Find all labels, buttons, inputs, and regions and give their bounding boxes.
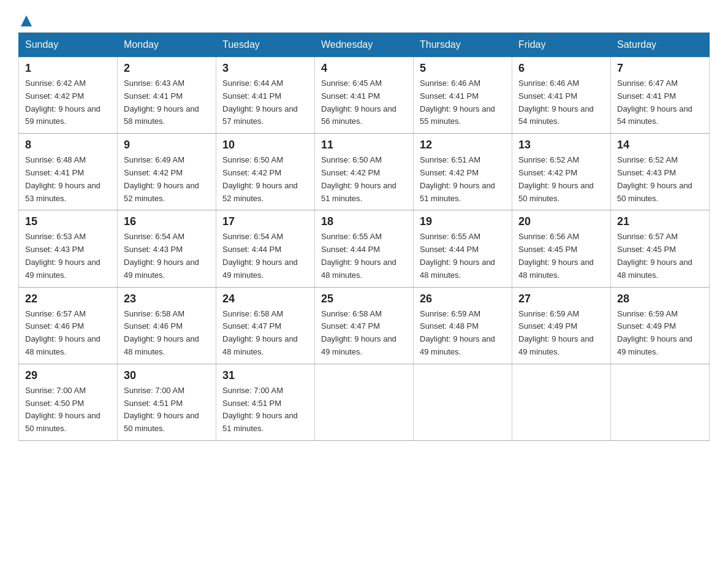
day-number: 25 — [321, 293, 407, 305]
day-info: Sunrise: 6:47 AMSunset: 4:41 PMDaylight:… — [617, 77, 703, 128]
day-number: 26 — [420, 293, 506, 305]
day-number: 3 — [222, 62, 308, 75]
day-info: Sunrise: 6:46 AMSunset: 4:41 PMDaylight:… — [518, 77, 604, 128]
day-info: Sunrise: 6:45 AMSunset: 4:41 PMDaylight:… — [321, 77, 407, 128]
day-number: 19 — [420, 215, 506, 228]
day-number: 4 — [321, 62, 407, 75]
calendar-cell: 3Sunrise: 6:44 AMSunset: 4:41 PMDaylight… — [216, 57, 315, 134]
day-number: 1 — [25, 62, 111, 75]
header-day-tuesday: Tuesday — [216, 33, 315, 57]
week-row-1: 1Sunrise: 6:42 AMSunset: 4:42 PMDaylight… — [19, 57, 710, 134]
calendar-cell: 26Sunrise: 6:59 AMSunset: 4:48 PMDayligh… — [414, 287, 512, 364]
day-info: Sunrise: 6:52 AMSunset: 4:43 PMDaylight:… — [617, 154, 703, 205]
calendar-cell: 5Sunrise: 6:46 AMSunset: 4:41 PMDaylight… — [414, 57, 512, 134]
day-info: Sunrise: 6:58 AMSunset: 4:47 PMDaylight:… — [222, 308, 308, 359]
day-number: 14 — [617, 139, 703, 151]
calendar-cell: 4Sunrise: 6:45 AMSunset: 4:41 PMDaylight… — [315, 57, 414, 134]
day-info: Sunrise: 6:57 AMSunset: 4:46 PMDaylight:… — [25, 308, 111, 359]
calendar-cell — [512, 364, 611, 440]
calendar-cell: 23Sunrise: 6:58 AMSunset: 4:46 PMDayligh… — [118, 287, 216, 364]
day-number: 6 — [518, 62, 604, 75]
calendar-cell: 19Sunrise: 6:55 AMSunset: 4:44 PMDayligh… — [414, 210, 512, 287]
day-info: Sunrise: 7:00 AMSunset: 4:51 PMDaylight:… — [222, 385, 308, 435]
calendar-cell — [414, 364, 512, 440]
header-day-wednesday: Wednesday — [315, 33, 414, 57]
day-number: 18 — [321, 215, 407, 228]
calendar-body: 1Sunrise: 6:42 AMSunset: 4:42 PMDaylight… — [19, 57, 710, 441]
calendar-cell: 27Sunrise: 6:59 AMSunset: 4:49 PMDayligh… — [512, 287, 611, 364]
day-number: 2 — [124, 62, 210, 75]
calendar-cell: 16Sunrise: 6:54 AMSunset: 4:43 PMDayligh… — [118, 210, 216, 287]
day-info: Sunrise: 6:43 AMSunset: 4:41 PMDaylight:… — [124, 77, 210, 128]
calendar-cell: 7Sunrise: 6:47 AMSunset: 4:41 PMDaylight… — [611, 57, 710, 134]
calendar-cell: 12Sunrise: 6:51 AMSunset: 4:42 PMDayligh… — [414, 134, 512, 210]
day-info: Sunrise: 6:55 AMSunset: 4:44 PMDaylight:… — [321, 231, 407, 282]
day-info: Sunrise: 6:52 AMSunset: 4:42 PMDaylight:… — [518, 154, 604, 205]
header-day-friday: Friday — [512, 33, 611, 57]
day-info: Sunrise: 6:50 AMSunset: 4:42 PMDaylight:… — [321, 154, 407, 205]
day-number: 15 — [25, 215, 111, 228]
calendar-cell: 30Sunrise: 7:00 AMSunset: 4:51 PMDayligh… — [118, 364, 216, 440]
day-number: 11 — [321, 139, 407, 151]
page-header — [18, 12, 710, 26]
day-info: Sunrise: 6:56 AMSunset: 4:45 PMDaylight:… — [518, 231, 604, 282]
calendar-cell: 24Sunrise: 6:58 AMSunset: 4:47 PMDayligh… — [216, 287, 315, 364]
calendar-cell: 25Sunrise: 6:58 AMSunset: 4:47 PMDayligh… — [315, 287, 414, 364]
day-info: Sunrise: 6:49 AMSunset: 4:42 PMDaylight:… — [124, 154, 210, 205]
day-info: Sunrise: 6:50 AMSunset: 4:42 PMDaylight:… — [222, 154, 308, 205]
calendar-cell: 11Sunrise: 6:50 AMSunset: 4:42 PMDayligh… — [315, 134, 414, 210]
day-info: Sunrise: 6:51 AMSunset: 4:42 PMDaylight:… — [420, 154, 506, 205]
day-number: 9 — [124, 139, 210, 151]
day-info: Sunrise: 6:58 AMSunset: 4:47 PMDaylight:… — [321, 308, 407, 359]
header-day-monday: Monday — [118, 33, 216, 57]
day-info: Sunrise: 7:00 AMSunset: 4:51 PMDaylight:… — [124, 385, 210, 435]
header-day-thursday: Thursday — [414, 33, 512, 57]
day-number: 12 — [420, 139, 506, 151]
day-number: 22 — [25, 293, 111, 305]
calendar-cell: 28Sunrise: 6:59 AMSunset: 4:49 PMDayligh… — [611, 287, 710, 364]
day-number: 5 — [420, 62, 506, 75]
week-row-3: 15Sunrise: 6:53 AMSunset: 4:43 PMDayligh… — [19, 210, 710, 287]
day-number: 24 — [222, 293, 308, 305]
day-number: 16 — [124, 215, 210, 228]
calendar-cell: 22Sunrise: 6:57 AMSunset: 4:46 PMDayligh… — [19, 287, 118, 364]
calendar-cell: 1Sunrise: 6:42 AMSunset: 4:42 PMDaylight… — [19, 57, 118, 134]
day-info: Sunrise: 6:46 AMSunset: 4:41 PMDaylight:… — [420, 77, 506, 128]
calendar-cell: 2Sunrise: 6:43 AMSunset: 4:41 PMDaylight… — [118, 57, 216, 134]
header-day-sunday: Sunday — [19, 33, 118, 57]
calendar-cell — [315, 364, 414, 440]
calendar-cell — [611, 364, 710, 440]
calendar-cell: 31Sunrise: 7:00 AMSunset: 4:51 PMDayligh… — [216, 364, 315, 440]
calendar-cell: 10Sunrise: 6:50 AMSunset: 4:42 PMDayligh… — [216, 134, 315, 210]
day-info: Sunrise: 6:57 AMSunset: 4:45 PMDaylight:… — [617, 231, 703, 282]
day-number: 13 — [518, 139, 604, 151]
calendar-cell: 15Sunrise: 6:53 AMSunset: 4:43 PMDayligh… — [19, 210, 118, 287]
logo-triangle-icon — [21, 15, 32, 26]
day-info: Sunrise: 7:00 AMSunset: 4:50 PMDaylight:… — [25, 385, 111, 435]
day-info: Sunrise: 6:54 AMSunset: 4:43 PMDaylight:… — [124, 231, 210, 282]
day-number: 31 — [222, 369, 308, 382]
week-row-5: 29Sunrise: 7:00 AMSunset: 4:50 PMDayligh… — [19, 364, 710, 440]
day-info: Sunrise: 6:44 AMSunset: 4:41 PMDaylight:… — [222, 77, 308, 128]
day-info: Sunrise: 6:59 AMSunset: 4:49 PMDaylight:… — [518, 308, 604, 359]
calendar-cell: 21Sunrise: 6:57 AMSunset: 4:45 PMDayligh… — [611, 210, 710, 287]
day-info: Sunrise: 6:48 AMSunset: 4:41 PMDaylight:… — [25, 154, 111, 205]
header-day-saturday: Saturday — [611, 33, 710, 57]
day-number: 8 — [25, 139, 111, 151]
day-info: Sunrise: 6:58 AMSunset: 4:46 PMDaylight:… — [124, 308, 210, 359]
day-info: Sunrise: 6:53 AMSunset: 4:43 PMDaylight:… — [25, 231, 111, 282]
day-number: 23 — [124, 293, 210, 305]
day-number: 28 — [617, 293, 703, 305]
day-number: 29 — [25, 369, 111, 382]
day-info: Sunrise: 6:42 AMSunset: 4:42 PMDaylight:… — [25, 77, 111, 128]
calendar-header: SundayMondayTuesdayWednesdayThursdayFrid… — [19, 33, 710, 57]
week-row-2: 8Sunrise: 6:48 AMSunset: 4:41 PMDaylight… — [19, 134, 710, 210]
calendar-cell: 18Sunrise: 6:55 AMSunset: 4:44 PMDayligh… — [315, 210, 414, 287]
day-number: 17 — [222, 215, 308, 228]
calendar-cell: 17Sunrise: 6:54 AMSunset: 4:44 PMDayligh… — [216, 210, 315, 287]
logo — [18, 12, 33, 26]
calendar-cell: 13Sunrise: 6:52 AMSunset: 4:42 PMDayligh… — [512, 134, 611, 210]
calendar-cell: 9Sunrise: 6:49 AMSunset: 4:42 PMDaylight… — [118, 134, 216, 210]
calendar-cell: 29Sunrise: 7:00 AMSunset: 4:50 PMDayligh… — [19, 364, 118, 440]
calendar-cell: 8Sunrise: 6:48 AMSunset: 4:41 PMDaylight… — [19, 134, 118, 210]
